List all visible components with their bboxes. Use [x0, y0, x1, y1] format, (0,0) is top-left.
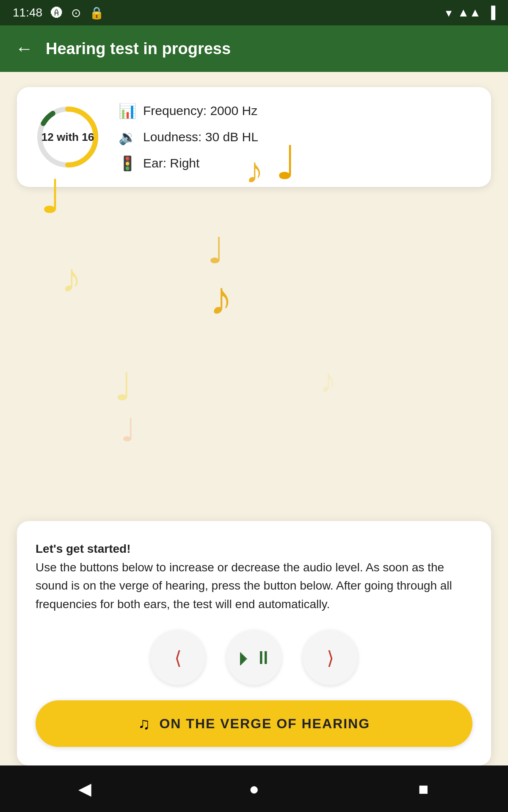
instruction-title: Let's get started!: [36, 542, 130, 555]
nav-recents-icon: ■: [418, 779, 428, 798]
notes-area: ♩♪♩♪♩♪♩♪♩: [0, 118, 508, 448]
status-bar-right: ▾ ▲▲ ▐: [446, 6, 495, 20]
bottom-card: Let's get started! Use the buttons below…: [17, 521, 491, 765]
verge-button-label: ON THE VERGE OF HEARING: [159, 716, 370, 732]
nav-back-icon: ◀: [78, 779, 91, 798]
frequency-text: Frequency: 2000 Hz: [143, 104, 257, 118]
music-note: ♪: [61, 258, 82, 298]
back-button[interactable]: ←: [15, 38, 33, 59]
status-icon-a: 🅐: [51, 6, 63, 20]
frequency-row: 📊 Frequency: 2000 Hz: [119, 102, 258, 119]
frequency-icon: 📊: [119, 102, 136, 119]
status-icon-lock: 🔒: [89, 6, 104, 20]
signal-icon: ▲▲: [458, 6, 481, 19]
increase-icon: ⟩: [327, 647, 334, 669]
music-note: ♪: [210, 275, 233, 321]
nav-recents-button[interactable]: ■: [406, 772, 440, 806]
increase-button[interactable]: ⟩: [303, 630, 358, 685]
status-bar-left: 11:48 🅐 ⊙ 🔒: [13, 6, 104, 20]
music-note: ♪: [246, 152, 264, 188]
status-bar: 11:48 🅐 ⊙ 🔒 ▾ ▲▲ ▐: [0, 0, 508, 25]
nav-home-button[interactable]: ●: [237, 772, 271, 806]
controls-row: ⟨ ⏵⏸ ⟩: [36, 630, 472, 685]
app-bar: ← Hearing test in progress: [0, 25, 508, 72]
music-note: ♩: [121, 414, 135, 446]
play-pause-button[interactable]: ⏵⏸: [226, 630, 282, 685]
nav-back-button[interactable]: ◀: [68, 772, 102, 806]
instruction-text: Let's get started! Use the buttons below…: [36, 540, 472, 613]
decrease-icon: ⟨: [174, 647, 182, 669]
music-note: ♩: [275, 140, 297, 186]
status-time: 11:48: [13, 6, 42, 19]
nav-bar: ◀ ● ■: [0, 765, 508, 812]
instruction-body: Use the buttons below to increase or dec…: [36, 561, 452, 611]
status-icon-circle: ⊙: [71, 6, 81, 20]
play-pause-icon: ⏵⏸: [235, 647, 273, 668]
music-note: ♩: [114, 368, 132, 406]
wifi-icon: ▾: [446, 6, 452, 20]
music-note: ♩: [207, 233, 224, 269]
decrease-button[interactable]: ⟨: [150, 630, 205, 685]
music-note: ♩: [40, 173, 62, 220]
music-note: ♪: [320, 364, 337, 398]
verge-button-icon: ♫: [138, 715, 150, 733]
verge-button[interactable]: ♫ ON THE VERGE OF HEARING: [36, 700, 472, 747]
app-bar-title: Hearing test in progress: [46, 40, 231, 58]
battery-icon: ▐: [487, 6, 495, 19]
nav-home-icon: ●: [249, 779, 259, 798]
